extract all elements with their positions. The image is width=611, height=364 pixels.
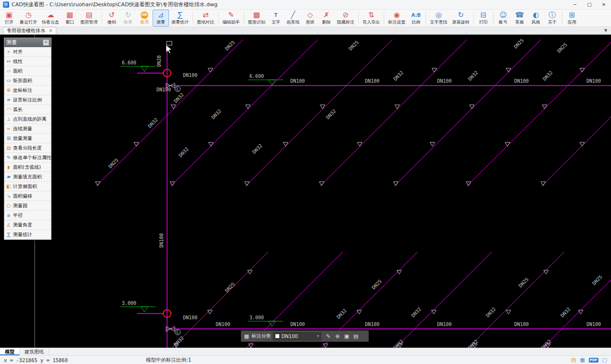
measure-panel-item[interactable]: ⊞批量测量 xyxy=(4,134,51,143)
svg-text:DN32: DN32 xyxy=(559,306,572,318)
toolbar-measure-button[interactable]: ⊿测量 xyxy=(153,10,169,26)
svg-text:L: L xyxy=(177,87,179,91)
window-title: CAD快速看图 - C:\Users\ruohan\Desktop\CAD快速看… xyxy=(12,1,568,8)
toolbar-screen-rotate-button[interactable]: ↻屏幕旋转 xyxy=(450,10,472,26)
toolbar-annotation-settings-label: 标注设置 xyxy=(388,19,405,25)
toolbar-edit-assistant-label: 编辑助手 xyxy=(222,19,240,25)
measure-item-icon: ↔ xyxy=(6,59,12,64)
measure-panel-item[interactable]: ▭矩形面积 xyxy=(4,76,51,86)
toolbar-open-button[interactable]: ▣打开 xyxy=(1,10,17,26)
toolbar-shape-recognition-label: 图形识别 xyxy=(248,19,265,25)
toolbar-separator xyxy=(102,12,102,25)
measure-item-label: 面积 xyxy=(13,68,23,75)
measure-panel-item[interactable]: ↔线性 xyxy=(4,57,51,66)
paste-icon[interactable]: ▤ xyxy=(351,333,360,339)
toolbar-import-export-button[interactable]: ⇅导入导出 xyxy=(360,10,382,26)
sheet-tab-建筑图纸[interactable]: 建筑图纸 xyxy=(20,348,49,355)
toolbar-text-label: 文字 xyxy=(272,19,280,25)
toolbar-cloud-drive-button[interactable]: ☁快看云盘 xyxy=(39,10,62,26)
minimize-button[interactable]: ─ xyxy=(568,0,582,9)
measure-panel-item[interactable]: ⊥点到直线的距离 xyxy=(4,114,51,124)
folder-icon[interactable]: ▤ xyxy=(571,357,576,363)
svg-text:DN100: DN100 xyxy=(514,78,529,84)
sheet-tab-模型[interactable]: 模型 xyxy=(0,348,20,355)
toolbar-measure-label: 测量 xyxy=(156,19,165,25)
svg-text:3.000: 3.000 xyxy=(249,315,264,320)
measure-panel-item[interactable]: ✎修改单个标注属性 xyxy=(4,153,51,163)
svg-text:DN100: DN100 xyxy=(365,322,379,327)
measure-item-icon: ↘ xyxy=(6,193,12,199)
toolbar-customer-service-button[interactable]: ☎客服 xyxy=(511,10,528,26)
measure-item-label: 面积(含弧线) xyxy=(13,164,41,171)
delete-icon: ✗ xyxy=(324,11,330,19)
move-icon[interactable]: ⊕ xyxy=(333,333,342,339)
measure-panel-item[interactable]: ⊕坐标标注 xyxy=(4,86,51,95)
customer-service-icon: ☎ xyxy=(515,11,524,19)
copy-icon[interactable]: ▣ xyxy=(342,333,351,339)
toolbar-delete-button[interactable]: ✗删除 xyxy=(318,10,335,26)
toolbar-account-label: 账号 xyxy=(499,19,507,25)
toolbar-scale-button[interactable]: A:B比例 xyxy=(408,10,424,26)
pdf-icon[interactable]: PDF xyxy=(589,358,598,363)
svg-text:6.600: 6.600 xyxy=(249,74,264,79)
measure-panel-item[interactable]: ○测量园 xyxy=(4,201,51,211)
toolbar-recent-open-button[interactable]: ◷最近打开 xyxy=(17,10,39,26)
measure-panel-item[interactable]: ▤查看分段长度 xyxy=(4,143,51,153)
drawing-canvas[interactable]: DN100DN100DN100DN100DN100DN100DN100DN32D… xyxy=(0,35,611,348)
screen-icon[interactable]: ▢ xyxy=(602,357,607,363)
toolbar-window-button[interactable]: ▦窗口 xyxy=(62,10,78,26)
measure-panel-item[interactable]: ↘面积偏移 xyxy=(4,191,51,201)
measure-panel-item[interactable]: ⌀半径 xyxy=(4,211,51,220)
measure-panel-header[interactable]: 测量 × xyxy=(4,38,51,47)
toolbar-measure-stats-button[interactable]: ∑测量统计 xyxy=(169,10,191,26)
measure-panel: 测量 × ⌖对齐↔线性▱面积▭矩形面积⊕坐标标注≡设置标注比例◠弧长⊥点到直线的… xyxy=(4,38,52,240)
measure-panel-item[interactable]: ◗面积(含弧线) xyxy=(4,163,51,172)
measure-panel-item[interactable]: ◠弧长 xyxy=(4,105,51,114)
toolbar-print-button[interactable]: ⊟打印 xyxy=(475,10,492,26)
svg-text:3.000: 3.000 xyxy=(122,301,136,306)
measure-item-icon: ≈ xyxy=(6,126,12,131)
toolbar-annotation-settings-button[interactable]: ◉标注设置 xyxy=(386,10,408,26)
toolbar-text-search-button[interactable]: ◎文字查找 xyxy=(428,10,450,26)
image-icon[interactable]: ▦ xyxy=(580,357,585,363)
toolbar-vip-button[interactable]: VIP会员 xyxy=(136,10,153,26)
maximize-button[interactable]: □ xyxy=(582,0,597,9)
measure-panel-close-icon[interactable]: × xyxy=(43,39,49,46)
measure-panel-item[interactable]: ∠测量角度 xyxy=(4,220,51,230)
toolbar-about-button[interactable]: ⓘ关于 xyxy=(544,10,560,26)
svg-text:DN25: DN25 xyxy=(107,157,119,169)
measure-panel-item[interactable]: ▰测量填充面积 xyxy=(4,172,51,182)
toolbar-account-button[interactable]: ☺账号 xyxy=(495,10,511,26)
classification-dropdown[interactable]: DN100 ▾ xyxy=(273,332,321,340)
toolbar-redo-button[interactable]: ↻恢复 xyxy=(120,10,136,26)
measure-panel-item[interactable]: ∑测量统计 xyxy=(4,230,51,239)
classification-value: DN100 xyxy=(281,334,315,339)
measure-panel-item[interactable]: ⌖对齐 xyxy=(4,47,51,57)
toolbar-undo-button[interactable]: ↺撤销 xyxy=(104,10,120,26)
toolbar-text-button[interactable]: T文字 xyxy=(268,10,284,26)
toolbar-hide-annotations-label: 隐藏标注 xyxy=(337,19,354,25)
toolbar-separator xyxy=(193,12,193,25)
tab-close-icon[interactable]: × xyxy=(49,28,52,33)
svg-text:DN32: DN32 xyxy=(325,108,337,120)
svg-text:DN32: DN32 xyxy=(467,70,479,82)
toolbar-edit-assistant-button[interactable]: ✎编辑助手 xyxy=(220,10,242,26)
measure-panel-item[interactable]: ≡设置标注比例 xyxy=(4,95,51,105)
toolbar-hide-annotations-button[interactable]: ⊘隐藏标注 xyxy=(335,10,357,26)
toolbar-style-button[interactable]: ◐风格 xyxy=(528,10,544,26)
measure-panel-item[interactable]: ◧计算侧面积 xyxy=(4,182,51,191)
close-button[interactable]: ✕ xyxy=(597,0,611,9)
toolbar-drawing-compare-button[interactable]: ⇄图纸对比 xyxy=(195,10,217,26)
toolbar-shapes-button[interactable]: ◇形状 xyxy=(302,10,318,26)
toolbar-shape-recognition-button[interactable]: ▩图形识别 xyxy=(246,10,268,26)
edit-icon[interactable]: ✎ xyxy=(324,333,333,339)
document-tab-label: 专用宿舍楼给排水 xyxy=(7,27,45,34)
toolbar-draw-line-button[interactable]: ╱画直线 xyxy=(284,10,302,26)
toolbar-apps-button[interactable]: ⊞应用 xyxy=(564,10,580,26)
document-tab[interactable]: 专用宿舍楼给排水 × xyxy=(3,27,56,34)
tab-overflow-icon[interactable]: ▼ xyxy=(600,27,611,34)
toolbar-layer-manager-button[interactable]: ▤图层管理 xyxy=(78,10,100,26)
measure-panel-item[interactable]: ≈连续测量 xyxy=(4,124,51,134)
svg-text:DN32: DN32 xyxy=(178,146,190,158)
measure-panel-item[interactable]: ▱面积 xyxy=(4,66,51,76)
